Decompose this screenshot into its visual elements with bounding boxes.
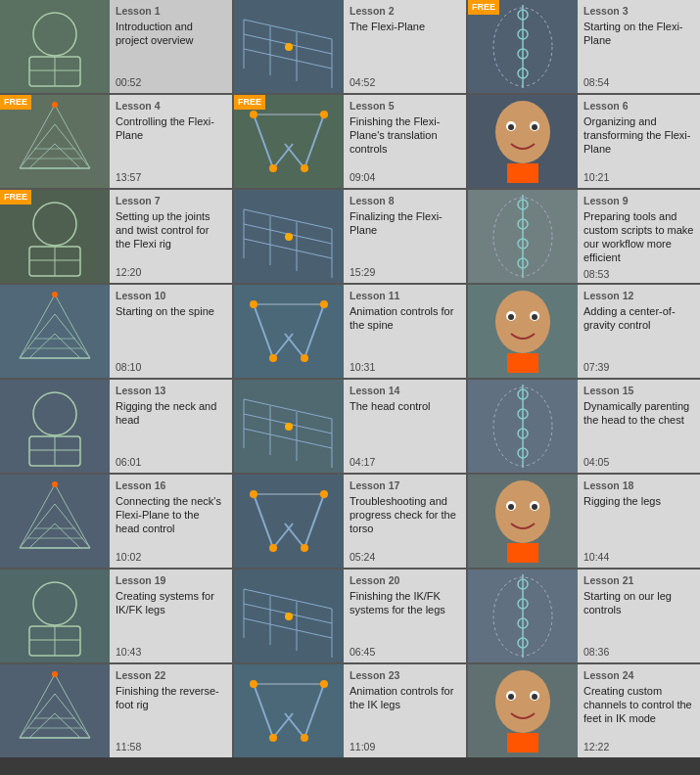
- free-badge-7: FREE: [0, 190, 31, 205]
- lesson-name-14: The head control: [350, 399, 460, 453]
- lesson-thumbnail-12: [468, 285, 578, 378]
- lesson-cell-1[interactable]: Lesson 1Introduction and project overvie…: [0, 0, 232, 93]
- lesson-info-20: Lesson 20Finishing the IK/FK systems for…: [344, 570, 466, 662]
- lesson-title-22: Lesson 22: [116, 669, 226, 682]
- lesson-cell-15[interactable]: Lesson 15Dynamically parenting the head …: [468, 380, 700, 473]
- svg-point-90: [532, 314, 537, 320]
- lesson-cell-20[interactable]: Lesson 20Finishing the IK/FK systems for…: [234, 570, 466, 662]
- svg-point-28: [52, 102, 58, 108]
- lesson-cell-16[interactable]: Lesson 16Connecting the neck's Flexi-Pla…: [0, 475, 232, 568]
- svg-rect-183: [507, 733, 538, 752]
- lesson-duration-7: 12:20: [116, 266, 226, 278]
- lesson-thumbnail-20: [234, 570, 344, 662]
- svg-point-74: [52, 292, 58, 297]
- lesson-duration-4: 13:57: [116, 171, 226, 183]
- lesson-cell-4[interactable]: FREELesson 4Controlling the Flexi-Plane1…: [0, 95, 232, 188]
- lesson-info-2: Lesson 2The Flexi-Plane04:52: [344, 0, 466, 93]
- lesson-title-18: Lesson 18: [583, 479, 694, 492]
- lesson-cell-14[interactable]: Lesson 14The head control04:17: [234, 380, 466, 473]
- lesson-name-10: Starting on the spine: [116, 304, 226, 358]
- svg-point-166: [52, 671, 58, 677]
- lesson-title-5: Lesson 5: [350, 100, 460, 113]
- lesson-duration-19: 10:43: [116, 646, 226, 658]
- lesson-thumbnail-17: [234, 475, 344, 568]
- lesson-info-9: Lesson 9Preparing tools and custom scrip…: [578, 190, 700, 283]
- lesson-duration-15: 04:05: [583, 456, 694, 468]
- lesson-duration-12: 07:39: [583, 361, 694, 373]
- svg-point-181: [508, 694, 514, 700]
- svg-point-105: [285, 423, 293, 431]
- lesson-thumbnail-23: [234, 664, 344, 757]
- free-badge-3: FREE: [468, 0, 499, 15]
- svg-rect-67: [0, 285, 110, 378]
- lesson-cell-7[interactable]: FREELesson 7Setting up the joints and tw…: [0, 190, 232, 283]
- lesson-cell-10[interactable]: Lesson 10Starting on the spine08:10: [0, 285, 232, 378]
- lesson-name-22: Finishing the reverse-foot rig: [116, 684, 226, 738]
- svg-point-81: [250, 300, 257, 308]
- lesson-cell-8[interactable]: Lesson 8Finalizing the Flexi-Plane15:29: [234, 190, 466, 283]
- lesson-title-13: Lesson 13: [116, 385, 226, 397]
- lesson-thumbnail-8: [234, 190, 344, 283]
- svg-point-178: [495, 670, 550, 733]
- lesson-cell-24[interactable]: Lesson 24Creating custom channels to con…: [468, 664, 700, 757]
- lesson-cell-23[interactable]: Lesson 23Animation controls for the IK l…: [234, 664, 466, 757]
- svg-rect-75: [234, 285, 344, 378]
- lesson-cell-19[interactable]: Lesson 19Creating systems for IK/FK legs…: [0, 570, 232, 662]
- svg-point-82: [320, 300, 328, 308]
- lesson-cell-9[interactable]: Lesson 9Preparing tools and custom scrip…: [468, 190, 700, 283]
- lesson-info-7: Lesson 7Setting up the joints and twist …: [110, 190, 232, 283]
- lesson-thumbnail-11: [234, 285, 344, 378]
- lesson-duration-1: 00:52: [116, 76, 226, 88]
- svg-point-173: [250, 680, 257, 688]
- lesson-cell-13[interactable]: Lesson 13Rigging the neck and head06:01: [0, 380, 232, 473]
- lesson-cell-11[interactable]: Lesson 11Animation controls for the spin…: [234, 285, 466, 378]
- lesson-duration-20: 06:45: [350, 646, 460, 658]
- lesson-cell-12[interactable]: Lesson 12Adding a center-of-gravity cont…: [468, 285, 700, 378]
- lesson-duration-6: 10:21: [583, 171, 694, 183]
- lesson-info-12: Lesson 12Adding a center-of-gravity cont…: [578, 285, 700, 378]
- svg-point-40: [495, 101, 550, 163]
- lesson-info-16: Lesson 16Connecting the neck's Flexi-Pla…: [110, 475, 232, 568]
- lesson-cell-17[interactable]: Lesson 17Troubleshooting and progress ch…: [234, 475, 466, 568]
- lesson-thumbnail-9: [468, 190, 578, 283]
- svg-point-135: [508, 504, 514, 510]
- lesson-cell-6[interactable]: Lesson 6Organizing and transforming the …: [468, 95, 700, 188]
- lesson-title-23: Lesson 23: [350, 669, 460, 682]
- lesson-cell-18[interactable]: Lesson 18Rigging the legs10:44: [468, 475, 700, 568]
- svg-point-175: [269, 734, 277, 742]
- svg-rect-45: [507, 163, 538, 183]
- lesson-thumbnail-24: [468, 664, 578, 757]
- lesson-thumbnail-2: [234, 0, 344, 93]
- lesson-thumbnail-19: [0, 570, 110, 662]
- free-badge-4: FREE: [0, 95, 31, 110]
- lesson-info-23: Lesson 23Animation controls for the IK l…: [344, 664, 466, 757]
- lesson-name-1: Introduction and project overview: [116, 20, 226, 73]
- lesson-duration-11: 10:31: [350, 361, 460, 373]
- svg-point-132: [495, 480, 550, 543]
- svg-rect-113: [0, 475, 110, 568]
- lesson-info-24: Lesson 24Creating custom channels to con…: [578, 664, 700, 757]
- lesson-title-24: Lesson 24: [583, 669, 694, 682]
- lesson-name-17: Troubleshooting and progress check for t…: [350, 494, 460, 548]
- lesson-cell-2[interactable]: Lesson 2The Flexi-Plane04:52: [234, 0, 466, 93]
- lesson-info-13: Lesson 13Rigging the neck and head06:01: [110, 380, 232, 473]
- lesson-thumbnail-10: [0, 285, 110, 378]
- lesson-duration-9: 08:53: [583, 268, 694, 280]
- lesson-duration-21: 08:36: [583, 646, 694, 658]
- lesson-title-3: Lesson 3: [583, 5, 694, 18]
- lesson-thumbnail-6: [468, 95, 578, 188]
- lesson-duration-8: 15:29: [350, 266, 460, 278]
- lesson-cell-5[interactable]: FREELesson 5Finishing the Flexi-Plane's …: [234, 95, 466, 188]
- lesson-duration-16: 10:02: [116, 551, 226, 563]
- lesson-name-21: Starting on our leg controls: [583, 589, 694, 643]
- svg-point-35: [250, 111, 257, 118]
- lesson-title-21: Lesson 21: [583, 574, 694, 587]
- lesson-cell-22[interactable]: Lesson 22Finishing the reverse-foot rig1…: [0, 664, 232, 757]
- lesson-cell-21[interactable]: Lesson 21Starting on our leg controls08:…: [468, 570, 700, 662]
- lesson-duration-17: 05:24: [350, 551, 460, 563]
- lesson-info-1: Lesson 1Introduction and project overvie…: [110, 0, 232, 93]
- lesson-title-1: Lesson 1: [116, 5, 226, 18]
- lesson-title-20: Lesson 20: [350, 574, 460, 587]
- lesson-cell-3[interactable]: FREELesson 3Starting on the Flexi-Plane0…: [468, 0, 700, 93]
- lesson-info-19: Lesson 19Creating systems for IK/FK legs…: [110, 570, 232, 662]
